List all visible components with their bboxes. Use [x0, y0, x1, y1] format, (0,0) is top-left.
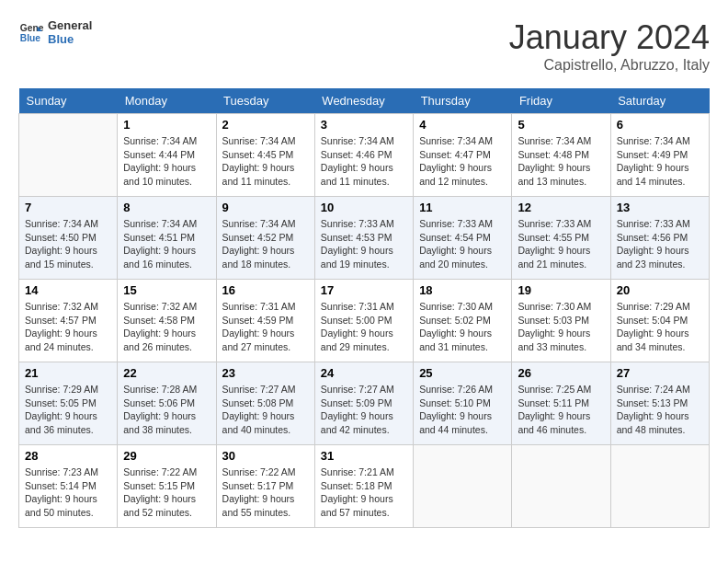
location-title: Capistrello, Abruzzo, Italy — [509, 57, 710, 74]
calendar-cell: 2Sunrise: 7:34 AMSunset: 4:45 PMDaylight… — [216, 114, 314, 197]
calendar-cell — [610, 445, 709, 528]
calendar-cell: 17Sunrise: 7:31 AMSunset: 5:00 PMDayligh… — [314, 280, 413, 362]
day-number: 26 — [518, 366, 604, 380]
day-number: 18 — [419, 283, 506, 297]
calendar-cell: 28Sunrise: 7:23 AMSunset: 5:14 PMDayligh… — [19, 445, 118, 528]
day-number: 20 — [617, 283, 703, 297]
day-number: 25 — [419, 366, 506, 380]
day-info: Sunrise: 7:34 AMSunset: 4:47 PMDaylight:… — [419, 134, 506, 189]
calendar-cell: 1Sunrise: 7:34 AMSunset: 4:44 PMDaylight… — [118, 114, 216, 197]
week-row-3: 14Sunrise: 7:32 AMSunset: 4:57 PMDayligh… — [19, 280, 710, 362]
day-info: Sunrise: 7:22 AMSunset: 5:15 PMDaylight:… — [123, 465, 210, 520]
day-number: 9 — [222, 201, 309, 214]
page-header: General Blue General Blue January 2024 C… — [18, 18, 710, 74]
day-info: Sunrise: 7:32 AMSunset: 4:57 PMDaylight:… — [25, 300, 111, 354]
calendar-cell: 10Sunrise: 7:33 AMSunset: 4:53 PMDayligh… — [314, 197, 413, 280]
day-number: 4 — [419, 118, 506, 132]
calendar-cell: 30Sunrise: 7:22 AMSunset: 5:17 PMDayligh… — [216, 445, 314, 528]
day-number: 3 — [321, 118, 407, 132]
day-info: Sunrise: 7:26 AMSunset: 5:10 PMDaylight:… — [419, 383, 506, 437]
day-number: 1 — [123, 118, 210, 132]
calendar-cell: 24Sunrise: 7:27 AMSunset: 5:09 PMDayligh… — [314, 362, 413, 445]
day-number: 15 — [123, 283, 210, 297]
calendar-cell: 27Sunrise: 7:24 AMSunset: 5:13 PMDayligh… — [610, 362, 709, 445]
day-info: Sunrise: 7:34 AMSunset: 4:45 PMDaylight:… — [222, 134, 309, 189]
day-info: Sunrise: 7:33 AMSunset: 4:53 PMDaylight:… — [321, 217, 407, 271]
svg-text:Blue: Blue — [20, 33, 41, 43]
column-header-tuesday: Tuesday — [216, 88, 314, 114]
column-header-wednesday: Wednesday — [314, 88, 413, 114]
day-info: Sunrise: 7:22 AMSunset: 5:17 PMDaylight:… — [222, 465, 309, 520]
day-number: 10 — [321, 201, 407, 214]
day-number: 16 — [222, 283, 309, 297]
calendar-cell: 23Sunrise: 7:27 AMSunset: 5:08 PMDayligh… — [216, 362, 314, 445]
calendar-header-row: SundayMondayTuesdayWednesdayThursdayFrid… — [19, 88, 710, 114]
day-number: 14 — [25, 283, 111, 297]
day-info: Sunrise: 7:24 AMSunset: 5:13 PMDaylight:… — [617, 383, 703, 437]
day-info: Sunrise: 7:33 AMSunset: 4:54 PMDaylight:… — [419, 217, 506, 271]
day-info: Sunrise: 7:21 AMSunset: 5:18 PMDaylight:… — [321, 465, 407, 520]
calendar-table: SundayMondayTuesdayWednesdayThursdayFrid… — [18, 88, 710, 528]
calendar-cell: 14Sunrise: 7:32 AMSunset: 4:57 PMDayligh… — [19, 280, 118, 362]
day-info: Sunrise: 7:29 AMSunset: 5:05 PMDaylight:… — [25, 383, 111, 437]
calendar-cell: 3Sunrise: 7:34 AMSunset: 4:46 PMDaylight… — [314, 114, 413, 197]
day-number: 2 — [222, 118, 309, 132]
day-info: Sunrise: 7:23 AMSunset: 5:14 PMDaylight:… — [25, 465, 111, 520]
day-number: 7 — [25, 201, 111, 214]
calendar-cell: 26Sunrise: 7:25 AMSunset: 5:11 PMDayligh… — [512, 362, 610, 445]
day-info: Sunrise: 7:27 AMSunset: 5:09 PMDaylight:… — [321, 383, 407, 437]
column-header-monday: Monday — [118, 88, 216, 114]
day-number: 12 — [518, 201, 604, 214]
day-number: 24 — [321, 366, 407, 380]
svg-text:General: General — [20, 23, 44, 33]
day-info: Sunrise: 7:34 AMSunset: 4:51 PMDaylight:… — [123, 217, 210, 271]
column-header-sunday: Sunday — [19, 88, 118, 114]
logo-line2: Blue — [48, 32, 92, 46]
day-number: 28 — [25, 449, 111, 463]
day-info: Sunrise: 7:29 AMSunset: 5:04 PMDaylight:… — [617, 300, 703, 354]
column-header-thursday: Thursday — [414, 88, 512, 114]
day-info: Sunrise: 7:31 AMSunset: 4:59 PMDaylight:… — [222, 300, 309, 354]
title-block: January 2024 Capistrello, Abruzzo, Italy — [509, 18, 710, 74]
day-info: Sunrise: 7:30 AMSunset: 5:02 PMDaylight:… — [419, 300, 506, 354]
week-row-1: 1Sunrise: 7:34 AMSunset: 4:44 PMDaylight… — [19, 114, 710, 197]
day-info: Sunrise: 7:34 AMSunset: 4:46 PMDaylight:… — [321, 134, 407, 189]
column-header-saturday: Saturday — [610, 88, 709, 114]
day-info: Sunrise: 7:32 AMSunset: 4:58 PMDaylight:… — [123, 300, 210, 354]
calendar-cell: 29Sunrise: 7:22 AMSunset: 5:15 PMDayligh… — [118, 445, 216, 528]
day-info: Sunrise: 7:27 AMSunset: 5:08 PMDaylight:… — [222, 383, 309, 437]
day-info: Sunrise: 7:33 AMSunset: 4:56 PMDaylight:… — [617, 217, 703, 271]
calendar-cell: 13Sunrise: 7:33 AMSunset: 4:56 PMDayligh… — [610, 197, 709, 280]
week-row-5: 28Sunrise: 7:23 AMSunset: 5:14 PMDayligh… — [19, 445, 710, 528]
logo-icon: General Blue — [18, 19, 44, 45]
column-header-friday: Friday — [512, 88, 610, 114]
calendar-cell: 15Sunrise: 7:32 AMSunset: 4:58 PMDayligh… — [118, 280, 216, 362]
calendar-cell: 31Sunrise: 7:21 AMSunset: 5:18 PMDayligh… — [314, 445, 413, 528]
day-info: Sunrise: 7:30 AMSunset: 5:03 PMDaylight:… — [518, 300, 604, 354]
calendar-cell — [414, 445, 512, 528]
day-info: Sunrise: 7:34 AMSunset: 4:48 PMDaylight:… — [518, 134, 604, 189]
month-title: January 2024 — [509, 18, 710, 57]
calendar-cell: 12Sunrise: 7:33 AMSunset: 4:55 PMDayligh… — [512, 197, 610, 280]
calendar-cell — [19, 114, 118, 197]
calendar-cell: 18Sunrise: 7:30 AMSunset: 5:02 PMDayligh… — [414, 280, 512, 362]
calendar-cell: 9Sunrise: 7:34 AMSunset: 4:52 PMDaylight… — [216, 197, 314, 280]
day-number: 29 — [123, 449, 210, 463]
week-row-2: 7Sunrise: 7:34 AMSunset: 4:50 PMDaylight… — [19, 197, 710, 280]
calendar-cell: 25Sunrise: 7:26 AMSunset: 5:10 PMDayligh… — [414, 362, 512, 445]
week-row-4: 21Sunrise: 7:29 AMSunset: 5:05 PMDayligh… — [19, 362, 710, 445]
day-number: 21 — [25, 366, 111, 380]
day-number: 5 — [518, 118, 604, 132]
calendar-cell: 20Sunrise: 7:29 AMSunset: 5:04 PMDayligh… — [610, 280, 709, 362]
day-info: Sunrise: 7:34 AMSunset: 4:49 PMDaylight:… — [617, 134, 703, 189]
day-number: 6 — [617, 118, 703, 132]
day-info: Sunrise: 7:34 AMSunset: 4:52 PMDaylight:… — [222, 217, 309, 271]
calendar-cell: 16Sunrise: 7:31 AMSunset: 4:59 PMDayligh… — [216, 280, 314, 362]
day-number: 11 — [419, 201, 506, 214]
day-number: 8 — [123, 201, 210, 214]
day-number: 22 — [123, 366, 210, 380]
day-number: 31 — [321, 449, 407, 463]
day-info: Sunrise: 7:34 AMSunset: 4:44 PMDaylight:… — [123, 134, 210, 189]
calendar-cell: 8Sunrise: 7:34 AMSunset: 4:51 PMDaylight… — [118, 197, 216, 280]
day-number: 13 — [617, 201, 703, 214]
